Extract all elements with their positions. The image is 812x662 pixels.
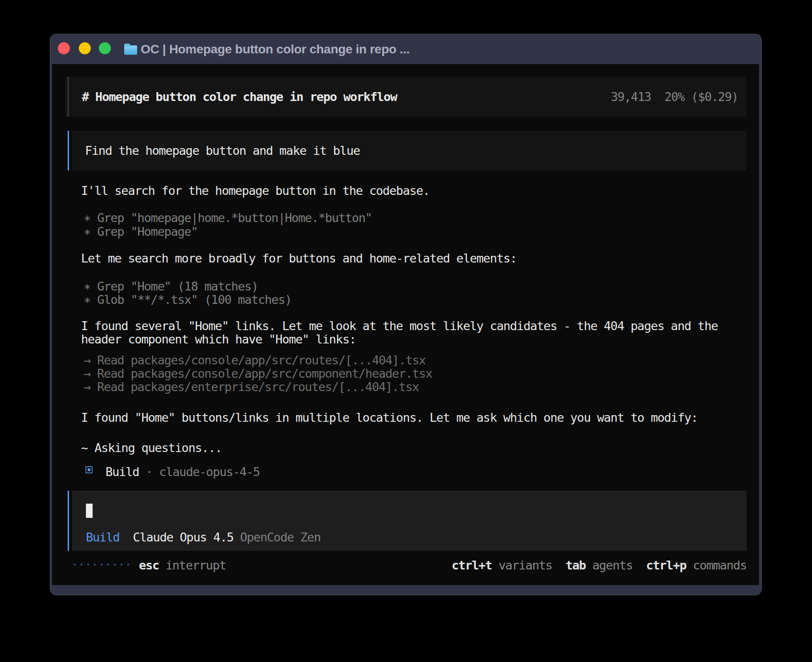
agent-model: claude-opus-4-5 <box>159 465 260 479</box>
user-message-block: Find the homepage button and make it blu… <box>72 131 747 170</box>
session-stats: 39,413 20% ($0.29) <box>611 90 738 104</box>
close-button[interactable] <box>58 42 70 54</box>
agent-status-row: Build · claude-opus-4-5 <box>106 465 260 479</box>
status-footer: esc interrupt ctrl+t variants tab agents… <box>52 558 759 573</box>
zoom-button[interactable] <box>99 42 111 54</box>
minimize-button[interactable] <box>79 42 91 54</box>
agent-separator: · <box>139 465 159 479</box>
tool-call-read: → Read packages/enterprise/src/routes/[.… <box>84 380 419 394</box>
esc-key-hint: esc <box>139 558 159 573</box>
prompt-input[interactable]: Build Claude Opus 4.5 OpenCode Zen <box>72 491 747 551</box>
session-header: # Homepage button color change in repo w… <box>65 77 747 117</box>
build-agent-icon <box>85 466 93 473</box>
tool-call-grep: ∗ Grep "homepage|home.*button|Home.*butt… <box>84 211 372 225</box>
input-accent-bar <box>68 491 69 551</box>
assistant-text: I'll search for the homepage button in t… <box>81 184 430 198</box>
title-bar[interactable]: OC | Homepage button color change in rep… <box>50 34 761 64</box>
assistant-text: I found "Home" buttons/links in multiple… <box>81 411 698 424</box>
assistant-text: I found several "Home" links. Let me loo… <box>81 319 718 333</box>
input-mode[interactable]: Build <box>86 530 119 544</box>
user-message-accent-bar <box>68 131 69 170</box>
text-cursor <box>86 504 93 518</box>
terminal-window: OC | Homepage button color change in rep… <box>50 34 762 595</box>
input-model[interactable]: Claude Opus 4.5 <box>133 530 233 544</box>
user-message-text: Find the homepage button and make it blu… <box>85 144 360 157</box>
terminal-content: # Homepage button color change in repo w… <box>52 64 759 585</box>
tool-call-read: → Read packages/console/app/src/routes/[… <box>84 353 426 367</box>
assistant-text: Let me search more broadly for buttons a… <box>81 251 517 265</box>
window-title: OC | Homepage button color change in rep… <box>141 43 410 56</box>
tool-call-grep: ∗ Grep "Home" (18 matches) <box>84 279 258 293</box>
keyboard-hints: ctrl+t variants tab agents ctrl+p comman… <box>452 558 747 573</box>
folder-icon <box>124 45 137 55</box>
assistant-text: header component which have "Home" links… <box>81 332 356 346</box>
tool-call-grep: ∗ Grep "Homepage" <box>84 225 198 238</box>
session-title: # Homepage button color change in repo w… <box>82 90 397 104</box>
agent-name: Build <box>106 465 139 479</box>
esc-label: interrupt <box>166 558 226 573</box>
input-provider: OpenCode Zen <box>240 530 321 544</box>
input-meta-row: Build Claude Opus 4.5 OpenCode Zen <box>86 530 321 544</box>
tool-call-read: → Read packages/console/app/src/componen… <box>84 367 432 380</box>
status-line: ~ Asking questions... <box>81 441 222 455</box>
spinner-dots <box>74 564 129 565</box>
tool-call-glob: ∗ Glob "**/*.tsx" (100 matches) <box>84 293 292 307</box>
